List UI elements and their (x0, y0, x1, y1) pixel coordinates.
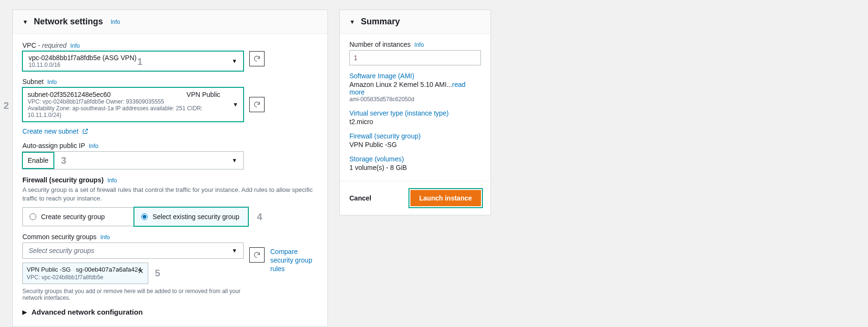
num-instances-label: Number of instances Info (349, 41, 481, 48)
refresh-icon (253, 101, 261, 108)
firewall-label: Firewall (security groups) Info (22, 176, 318, 184)
create-sg-label: Create security group (41, 213, 105, 221)
common-sg-info-link[interactable]: Info (101, 234, 110, 241)
launch-instance-button[interactable]: Launch instance (410, 190, 481, 206)
summary-header[interactable]: ▼ Summary (340, 10, 490, 34)
external-link-icon (82, 128, 89, 135)
common-sg-help: Security groups that you add or remove h… (22, 288, 244, 301)
summary-ami-id: ami-005835d578c62050d (349, 96, 481, 103)
create-sg-radio[interactable]: Create security group (22, 207, 134, 226)
sg-token: VPN Public -SG sg-00eb407a7a6afa424 VPC:… (22, 263, 148, 284)
network-settings-info-link[interactable]: Info (111, 19, 120, 25)
radio-icon (141, 213, 148, 220)
common-sg-label: Common security groups Info (22, 233, 318, 241)
summary-panel: ▼ Summary Number of instances Info Softw… (339, 10, 491, 215)
advanced-network-toggle[interactable]: ▶ Advanced network configuration (22, 308, 318, 316)
create-subnet-link[interactable]: Create new subnet (22, 127, 89, 135)
step-marker-3: 3 (61, 155, 66, 166)
summary-fw-value: VPN Public -SG (349, 141, 481, 148)
summary-storage-label: Storage (volumes) (349, 155, 481, 163)
auto-ip-value: Enable (23, 153, 53, 168)
subnet-details-2: Availability Zone: ap-southeast-1a IP ad… (28, 105, 233, 118)
expand-icon: ▶ (22, 309, 27, 316)
vpc-label: VPC - required Info (22, 42, 318, 49)
subnet-refresh-button[interactable] (249, 97, 265, 112)
vpc-cidr: 10.11.0.0/16 (29, 62, 136, 68)
caret-down-icon: ▼ (233, 101, 238, 108)
caret-down-icon: ▼ (232, 157, 237, 164)
subnet-select[interactable]: subnet-02f35261248e5ec60 VPN Public VPC:… (22, 87, 244, 122)
network-settings-header[interactable]: ▼ Network settings Info (13, 10, 327, 34)
vpc-refresh-button[interactable] (249, 51, 265, 66)
radio-icon (30, 213, 36, 220)
firewall-description: A security group is a set of firewall ru… (22, 186, 318, 202)
advanced-network-label: Advanced network configuration (31, 308, 143, 316)
subnet-info-link[interactable]: Info (47, 79, 57, 85)
auto-ip-info-link[interactable]: Info (89, 143, 98, 149)
refresh-icon (253, 55, 261, 63)
collapse-icon: ▼ (22, 19, 28, 25)
subnet-details-1: VPC: vpc-024b8bb1f7a8fdb5e Owner: 933609… (28, 98, 233, 105)
common-sg-select[interactable]: Select security groups ▼ (22, 243, 244, 259)
summary-storage-value: 1 volume(s) - 8 GiB (349, 164, 481, 171)
refresh-icon (253, 251, 261, 259)
sg-token-name: VPN Public -SG (27, 266, 71, 273)
summary-ami-value: Amazon Linux 2 Kernel 5.10 AMI...read mo… (349, 81, 481, 96)
sg-token-id: sg-00eb407a7a6afa424 (76, 266, 141, 273)
step-marker-4: 4 (257, 211, 262, 222)
subnet-id: subnet-02f35261248e5ec60 (28, 91, 111, 98)
auto-ip-select[interactable]: Enable 3 ▼ (22, 151, 244, 169)
compare-sg-rules-link[interactable]: Compare security group rules (270, 247, 318, 274)
sg-token-vpc: VPC: vpc-024b8bb1f7a8fdb5e (27, 274, 144, 281)
subnet-label: Subnet Info (22, 78, 318, 85)
subnet-name: VPN Public (186, 91, 220, 98)
caret-down-icon: ▼ (232, 58, 237, 64)
vpc-value: vpc-024b8bb1f7a8fdb5e (ASG VPN) (29, 54, 136, 62)
step-marker-2: 2 (0, 100, 12, 111)
sg-refresh-button[interactable] (249, 247, 265, 263)
summary-fw-label: Firewall (security group) (349, 132, 481, 140)
firewall-info-link[interactable]: Info (107, 177, 117, 184)
num-instances-input[interactable] (349, 50, 481, 65)
select-existing-sg-label: Select existing security group (153, 213, 239, 221)
sg-token-remove[interactable]: ✕ (138, 267, 144, 275)
auto-ip-label: Auto-assign public IP Info (22, 142, 318, 149)
summary-type-value: t2.micro (349, 118, 481, 126)
step-marker-1: 1 (137, 56, 147, 67)
vpc-select[interactable]: vpc-024b8bb1f7a8fdb5e (ASG VPN) 10.11.0.… (22, 51, 244, 71)
network-settings-panel: ▼ Network settings Info VPC - required I… (12, 10, 328, 327)
select-existing-sg-radio[interactable]: Select existing security group (134, 207, 248, 226)
summary-type-label: Virtual server type (instance type) (349, 109, 481, 117)
common-sg-placeholder: Select security groups (29, 247, 94, 254)
num-instances-info-link[interactable]: Info (414, 42, 424, 48)
collapse-icon: ▼ (349, 19, 355, 25)
summary-ami-label: Software Image (AMI) (349, 72, 481, 80)
step-marker-5: 5 (155, 268, 160, 279)
caret-down-icon: ▼ (232, 247, 237, 254)
network-settings-title: Network settings (34, 17, 103, 27)
cancel-button[interactable]: Cancel (349, 194, 371, 202)
summary-title: Summary (361, 17, 400, 27)
vpc-info-link[interactable]: Info (71, 42, 80, 49)
